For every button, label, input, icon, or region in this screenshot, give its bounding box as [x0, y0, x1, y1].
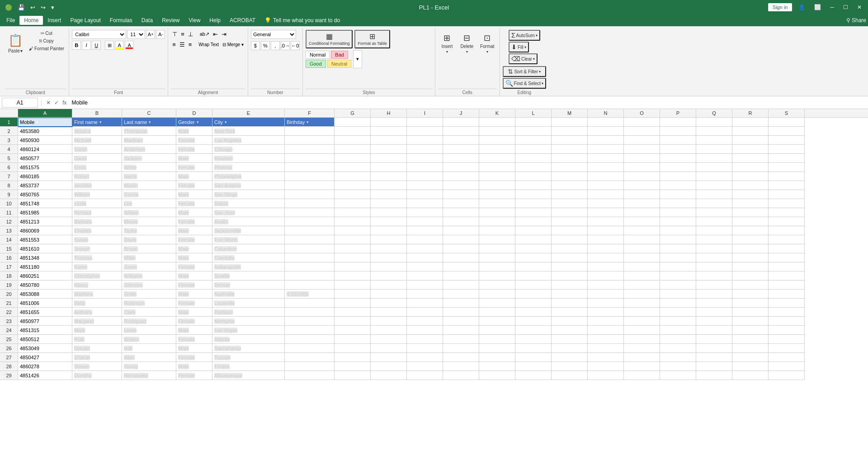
cell-10-2[interactable]: Linda: [72, 199, 122, 208]
cell-25-1[interactable]: 4850512: [18, 335, 72, 344]
cell-5-7[interactable]: [335, 154, 371, 163]
cell-23-5[interactable]: Memphis: [212, 317, 285, 326]
cell-6-6[interactable]: [285, 163, 335, 172]
cell-8-5[interactable]: San Antonio: [212, 181, 285, 190]
cell-2-5[interactable]: New York: [212, 127, 285, 136]
cell-11-5[interactable]: San Jose: [212, 208, 285, 217]
row-number-24[interactable]: 24: [0, 326, 18, 335]
cell-18-6[interactable]: [285, 271, 335, 281]
cell-2-14[interactable]: [588, 127, 624, 136]
cell-29-5[interactable]: Albuquerque: [212, 371, 285, 380]
cell-13-4[interactable]: Male: [176, 226, 212, 235]
cell-2-6[interactable]: [285, 127, 335, 136]
row-number-1[interactable]: 1: [0, 118, 18, 127]
cell-1-9[interactable]: [407, 118, 443, 127]
cell-28-1[interactable]: 4860278: [18, 362, 72, 371]
cell-11-1[interactable]: 4851985: [18, 208, 72, 217]
cell-1-15[interactable]: [624, 118, 660, 127]
cell-13-18[interactable]: [732, 226, 769, 235]
cell-12-8[interactable]: [371, 217, 407, 226]
cell-25-5[interactable]: Atlanta: [212, 335, 285, 344]
row-number-9[interactable]: 9: [0, 190, 18, 199]
cell-29-4[interactable]: Female: [176, 371, 212, 380]
cell-5-6[interactable]: [285, 154, 335, 163]
cell-23-16[interactable]: [660, 317, 696, 326]
cell-25-2[interactable]: Ruth: [72, 335, 122, 344]
indent-increase-button[interactable]: ⇥: [220, 30, 228, 38]
cell-1-1[interactable]: Mobile▾: [18, 118, 72, 127]
cell-9-5[interactable]: San Diego: [212, 190, 285, 199]
cell-6-14[interactable]: [588, 163, 624, 172]
col-header-H[interactable]: H: [371, 109, 407, 117]
cell-12-14[interactable]: [588, 217, 624, 226]
undo-quick-btn[interactable]: ↩: [29, 4, 37, 11]
cell-6-7[interactable]: [335, 163, 371, 172]
cell-1-17[interactable]: [696, 118, 732, 127]
cell-5-19[interactable]: [769, 154, 805, 163]
cell-14-13[interactable]: [552, 235, 588, 244]
maximize-btn[interactable]: ☐: [840, 4, 851, 10]
cell-19-15[interactable]: [624, 281, 660, 290]
cell-14-8[interactable]: [371, 235, 407, 244]
cell-3-16[interactable]: [660, 136, 696, 145]
cell-5-13[interactable]: [552, 154, 588, 163]
cell-23-2[interactable]: Margaret: [72, 317, 122, 326]
cell-3-12[interactable]: [515, 136, 552, 145]
cell-10-16[interactable]: [660, 199, 696, 208]
cell-24-9[interactable]: [407, 326, 443, 335]
cell-26-10[interactable]: [443, 344, 479, 353]
cell-14-16[interactable]: [660, 235, 696, 244]
cell-27-12[interactable]: [515, 353, 552, 362]
cell-24-4[interactable]: Male: [176, 326, 212, 335]
format-cells-button[interactable]: ⊡ Format ▾: [478, 30, 497, 57]
cell-2-18[interactable]: [732, 127, 769, 136]
cell-29-19[interactable]: [769, 371, 805, 380]
cell-22-1[interactable]: 4851655: [18, 308, 72, 317]
cell-8-3[interactable]: Martin: [122, 181, 176, 190]
cell-22-3[interactable]: Clark: [122, 308, 176, 317]
increase-decimal-button[interactable]: .0→: [281, 41, 290, 50]
cell-19-18[interactable]: [732, 281, 769, 290]
cell-9-7[interactable]: [335, 190, 371, 199]
cell-16-3[interactable]: Miller: [122, 253, 176, 262]
row-number-10[interactable]: 10: [0, 199, 18, 208]
cell-19-9[interactable]: [407, 281, 443, 290]
cell-18-17[interactable]: [696, 271, 732, 281]
cell-16-1[interactable]: 4851348: [18, 253, 72, 262]
cell-15-16[interactable]: [660, 244, 696, 253]
style-neutral[interactable]: Neutral: [327, 60, 351, 68]
cell-17-11[interactable]: [479, 262, 515, 271]
cell-1-7[interactable]: [335, 118, 371, 127]
conditional-formatting-button[interactable]: ▦ Conditional Formatting: [306, 30, 353, 48]
cell-27-2[interactable]: Sharon: [72, 353, 122, 362]
border-button[interactable]: ⊞: [105, 41, 114, 50]
percent-button[interactable]: %: [261, 41, 270, 50]
cell-26-7[interactable]: [335, 344, 371, 353]
cell-24-16[interactable]: [660, 326, 696, 335]
cell-12-13[interactable]: [552, 217, 588, 226]
row-number-18[interactable]: 18: [0, 271, 18, 281]
cell-14-11[interactable]: [479, 235, 515, 244]
cell-5-10[interactable]: [443, 154, 479, 163]
cell-24-19[interactable]: [769, 326, 805, 335]
cell-14-17[interactable]: [696, 235, 732, 244]
cell-13-12[interactable]: [515, 226, 552, 235]
cell-21-18[interactable]: [732, 299, 769, 308]
cell-15-11[interactable]: [479, 244, 515, 253]
tell-me-bar[interactable]: 💡 Tell me what you want to do: [264, 17, 340, 24]
cell-4-4[interactable]: Female: [176, 145, 212, 154]
cell-13-7[interactable]: [335, 226, 371, 235]
cell-3-13[interactable]: [552, 136, 588, 145]
fill-color-button[interactable]: A: [115, 41, 124, 50]
cell-11-9[interactable]: [407, 208, 443, 217]
cell-13-5[interactable]: Jacksonville: [212, 226, 285, 235]
cell-6-18[interactable]: [732, 163, 769, 172]
cell-26-9[interactable]: [407, 344, 443, 353]
cell-18-3[interactable]: Williams: [122, 271, 176, 281]
cell-27-16[interactable]: [660, 353, 696, 362]
cell-27-8[interactable]: [371, 353, 407, 362]
cell-10-11[interactable]: [479, 199, 515, 208]
cell-6-5[interactable]: Phoenix: [212, 163, 285, 172]
cell-12-11[interactable]: [479, 217, 515, 226]
cell-9-3[interactable]: Garcia: [122, 190, 176, 199]
